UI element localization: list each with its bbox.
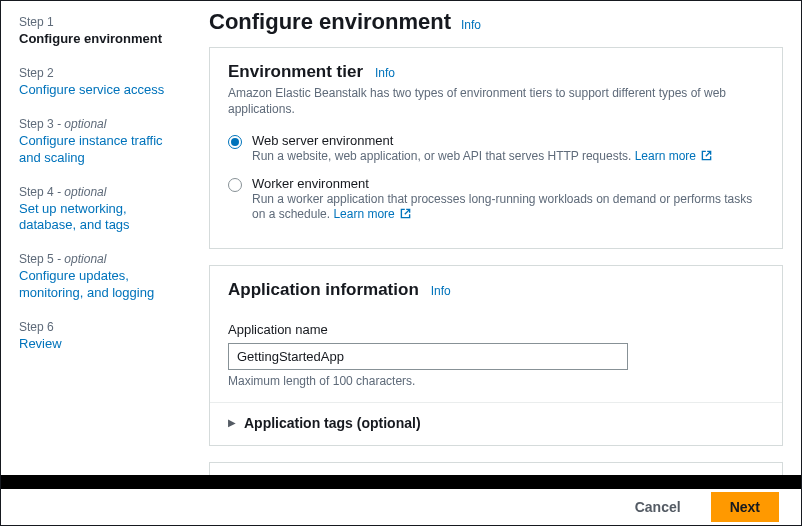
page-info-link[interactable]: Info xyxy=(461,18,481,32)
environment-tier-info-link[interactable]: Info xyxy=(375,66,395,80)
step-4[interactable]: Step 4 - optional Set up networking, dat… xyxy=(19,185,187,235)
content-area: Step 1 Configure environment Step 2 Conf… xyxy=(1,1,801,475)
next-button[interactable]: Next xyxy=(711,492,779,522)
tier-option-desc: Run a worker application that processes … xyxy=(252,192,764,224)
radio-selected-icon[interactable] xyxy=(228,135,242,149)
application-tags-expander[interactable]: ▶ Application tags (optional) xyxy=(210,402,782,445)
environment-information-panel: Environment information Info Choose the … xyxy=(209,462,783,475)
wizard-frame: Step 1 Configure environment Step 2 Conf… xyxy=(0,0,802,526)
learn-more-link[interactable]: Learn more xyxy=(333,207,411,221)
separator-bar xyxy=(1,475,801,489)
step-title: Configure environment xyxy=(19,31,187,48)
application-name-input[interactable] xyxy=(228,343,628,370)
application-information-panel: Application information Info Application… xyxy=(209,265,783,446)
tier-option-worker[interactable]: Worker environment Run a worker applicat… xyxy=(228,176,764,224)
tier-option-web-server[interactable]: Web server environment Run a website, we… xyxy=(228,133,764,166)
step-1[interactable]: Step 1 Configure environment xyxy=(19,15,187,48)
application-name-helper: Maximum length of 100 characters. xyxy=(228,374,764,388)
tier-option-title: Web server environment xyxy=(252,133,764,148)
step-number: Step 6 xyxy=(19,320,187,334)
step-title: Set up networking, database, and tags xyxy=(19,201,187,235)
external-link-icon xyxy=(701,150,712,166)
step-number: Step 2 xyxy=(19,66,187,80)
external-link-icon xyxy=(400,208,411,224)
page-title: Configure environment xyxy=(209,9,451,35)
tier-option-desc: Run a website, web application, or web A… xyxy=(252,149,764,166)
application-tags-label: Application tags (optional) xyxy=(244,415,421,431)
cancel-button[interactable]: Cancel xyxy=(617,493,699,521)
application-info-link[interactable]: Info xyxy=(431,284,451,298)
step-6[interactable]: Step 6 Review xyxy=(19,320,187,353)
caret-right-icon: ▶ xyxy=(228,417,236,428)
environment-tier-description: Amazon Elastic Beanstalk has two types o… xyxy=(228,86,764,117)
step-title: Configure instance traffic and scaling xyxy=(19,133,187,167)
step-number: Step 4 - optional xyxy=(19,185,187,199)
environment-tier-heading: Environment tier xyxy=(228,62,363,81)
step-5[interactable]: Step 5 - optional Configure updates, mon… xyxy=(19,252,187,302)
step-title: Review xyxy=(19,336,187,353)
application-information-heading: Application information xyxy=(228,280,419,299)
step-3[interactable]: Step 3 - optional Configure instance tra… xyxy=(19,117,187,167)
tier-option-title: Worker environment xyxy=(252,176,764,191)
wizard-steps-sidebar: Step 1 Configure environment Step 2 Conf… xyxy=(1,1,199,475)
main-content: Configure environment Info Environment t… xyxy=(199,1,801,475)
step-title: Configure updates, monitoring, and loggi… xyxy=(19,268,187,302)
page-title-row: Configure environment Info xyxy=(209,9,783,35)
learn-more-link[interactable]: Learn more xyxy=(635,149,713,163)
environment-tier-panel: Environment tier Info Amazon Elastic Bea… xyxy=(209,47,783,249)
step-number: Step 3 - optional xyxy=(19,117,187,131)
step-title: Configure service access xyxy=(19,82,187,99)
wizard-footer: Cancel Next xyxy=(1,489,801,525)
step-2[interactable]: Step 2 Configure service access xyxy=(19,66,187,99)
application-name-label: Application name xyxy=(228,322,764,337)
step-number: Step 1 xyxy=(19,15,187,29)
radio-unselected-icon[interactable] xyxy=(228,178,242,192)
step-number: Step 5 - optional xyxy=(19,252,187,266)
